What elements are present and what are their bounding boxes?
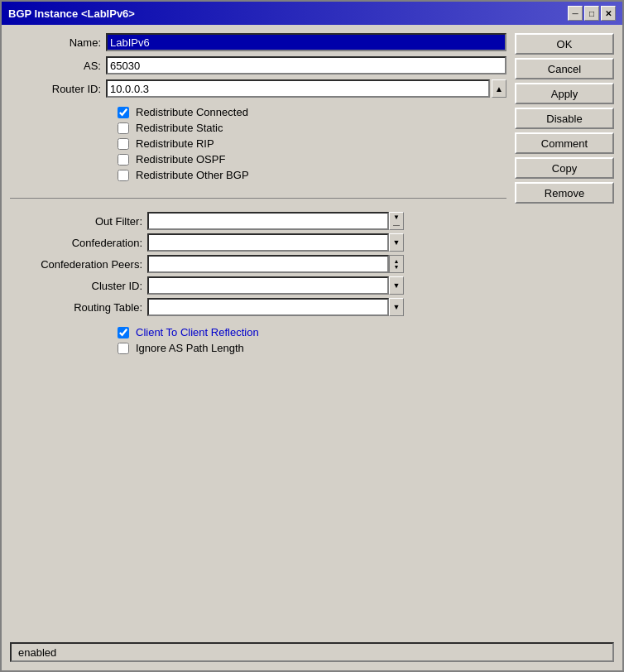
copy-button[interactable]: Copy xyxy=(515,157,614,179)
confederation-peers-row: Confederation Peers: ▲ ▼ xyxy=(10,255,506,273)
routing-table-dropdown-btn[interactable]: ▼ xyxy=(389,298,404,316)
cancel-button[interactable]: Cancel xyxy=(515,58,614,79)
disable-button[interactable]: Disable xyxy=(515,108,614,129)
bottom-checkbox-area: Client To Client Reflection Ignore AS Pa… xyxy=(10,326,506,358)
router-id-spin-up[interactable]: ▲ xyxy=(492,79,506,98)
checkbox-row-1: Redistribute Connected xyxy=(118,106,506,118)
cluster-id-wrapper: ▼ xyxy=(147,276,404,295)
cluster-id-row: Cluster ID: ▼ xyxy=(10,276,506,295)
out-filter-dropdown-btn[interactable]: ▼— xyxy=(389,212,404,230)
routing-table-wrapper: ▼ xyxy=(147,298,404,316)
form-area: Name: AS: Router ID: ▲ xyxy=(10,33,506,636)
router-id-row: Router ID: ▲ xyxy=(10,79,506,98)
confederation-input[interactable] xyxy=(147,233,389,252)
confederation-dropdown-btn[interactable]: ▼ xyxy=(389,233,404,252)
checkbox-row-4: Redistribute OSPF xyxy=(118,153,506,166)
checkbox-area: Redistribute Connected Redistribute Stat… xyxy=(10,106,506,185)
redistribute-rip-label: Redistribute RIP xyxy=(136,137,214,150)
separator-1 xyxy=(10,198,506,199)
window-content: Name: AS: Router ID: ▲ xyxy=(2,25,622,670)
checkbox-row-2: Redistribute Static xyxy=(118,122,506,134)
confederation-peers-spin-btn[interactable]: ▲ ▼ xyxy=(389,255,404,273)
button-panel: OK Cancel Apply Disable Comment Copy Rem… xyxy=(515,33,614,636)
name-label: Name: xyxy=(10,36,101,49)
redistribute-static-checkbox[interactable] xyxy=(118,122,129,134)
as-row: AS: xyxy=(10,56,506,74)
title-bar-buttons: ─ □ ✕ xyxy=(568,6,616,21)
routing-table-input[interactable] xyxy=(147,298,389,316)
title-bar: BGP Instance <LabIPv6> ─ □ ✕ xyxy=(2,2,622,25)
status-bar: enabled xyxy=(10,642,614,662)
confederation-peers-label: Confederation Peers: xyxy=(10,258,142,271)
checkbox-row-5: Redistribute Other BGP xyxy=(118,169,506,181)
redistribute-rip-checkbox[interactable] xyxy=(118,138,129,150)
redistribute-other-bgp-label: Redistribute Other BGP xyxy=(136,169,249,181)
name-row: Name: xyxy=(10,33,506,51)
ignore-as-path-length-checkbox[interactable] xyxy=(118,343,129,354)
confederation-wrapper: ▼ xyxy=(147,233,404,252)
remove-button[interactable]: Remove xyxy=(515,182,614,204)
out-filter-label: Out Filter: xyxy=(10,215,142,228)
redistribute-connected-checkbox[interactable] xyxy=(118,107,129,118)
out-filter-wrapper: ▼— xyxy=(147,212,404,230)
out-filter-row: Out Filter: ▼— xyxy=(10,212,506,230)
comment-button[interactable]: Comment xyxy=(515,132,614,154)
router-id-label: Router ID: xyxy=(10,83,101,95)
dropdowns-area: Out Filter: ▼— Confederation: ▼ xyxy=(10,212,506,319)
client-to-client-reflection-checkbox[interactable] xyxy=(118,327,129,338)
out-filter-input[interactable] xyxy=(147,212,389,230)
status-text: enabled xyxy=(18,646,56,659)
confederation-label: Confederation: xyxy=(10,237,142,249)
redistribute-ospf-checkbox[interactable] xyxy=(118,154,129,166)
routing-table-label: Routing Table: xyxy=(10,301,142,314)
redistribute-static-label: Redistribute Static xyxy=(136,122,223,134)
as-label: AS: xyxy=(10,60,101,72)
router-id-wrapper: ▲ xyxy=(106,79,506,98)
checkbox-row-3: Redistribute RIP xyxy=(118,137,506,150)
window-title: BGP Instance <LabIPv6> xyxy=(8,7,135,20)
ignore-as-path-length-label: Ignore AS Path Length xyxy=(136,342,244,354)
redistribute-connected-label: Redistribute Connected xyxy=(136,106,248,118)
client-to-client-reflection-label: Client To Client Reflection xyxy=(136,326,259,338)
client-reflection-row: Client To Client Reflection xyxy=(118,326,506,338)
name-input[interactable] xyxy=(106,33,506,51)
main-area: Name: AS: Router ID: ▲ xyxy=(10,33,614,636)
main-window: BGP Instance <LabIPv6> ─ □ ✕ Name: AS: xyxy=(0,0,624,672)
redistribute-ospf-label: Redistribute OSPF xyxy=(136,153,225,166)
minimize-button[interactable]: ─ xyxy=(568,6,583,21)
as-input[interactable] xyxy=(106,56,506,74)
routing-table-row: Routing Table: ▼ xyxy=(10,298,506,316)
redistribute-other-bgp-checkbox[interactable] xyxy=(118,170,129,181)
cluster-id-label: Cluster ID: xyxy=(10,280,142,292)
cluster-id-input[interactable] xyxy=(147,276,389,295)
confederation-peers-input[interactable] xyxy=(147,255,389,273)
router-id-input[interactable] xyxy=(106,79,490,98)
apply-button[interactable]: Apply xyxy=(515,83,614,104)
close-button[interactable]: ✕ xyxy=(601,6,616,21)
cluster-id-dropdown-btn[interactable]: ▼ xyxy=(389,276,404,295)
ok-button[interactable]: OK xyxy=(515,33,614,55)
confederation-peers-wrapper: ▲ ▼ xyxy=(147,255,404,273)
maximize-button[interactable]: □ xyxy=(584,6,599,21)
ignore-as-path-row: Ignore AS Path Length xyxy=(118,342,506,354)
confederation-row: Confederation: ▼ xyxy=(10,233,506,252)
